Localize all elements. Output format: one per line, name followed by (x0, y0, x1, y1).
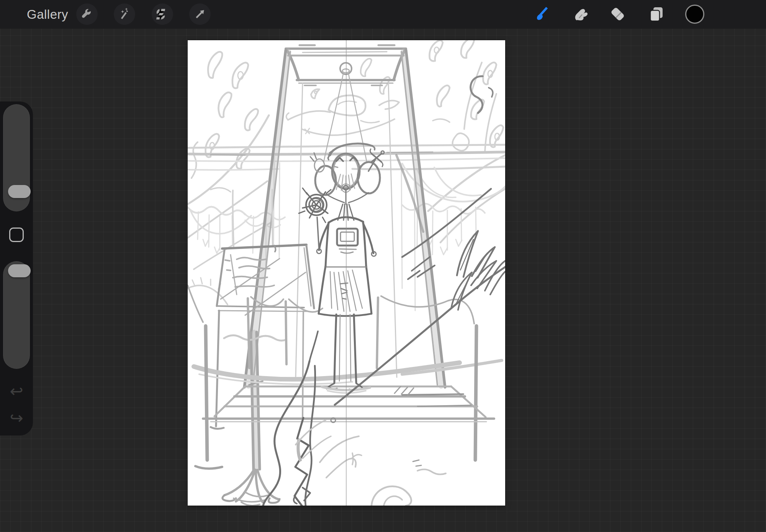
opacity-slider[interactable] (3, 261, 30, 369)
arrow-cursor-icon (192, 7, 208, 22)
bottom-scribbles (296, 420, 446, 506)
brush-icon (532, 5, 551, 23)
eraser-icon (609, 5, 627, 23)
undo-icon: ↩ (10, 383, 23, 399)
layers-button[interactable] (646, 3, 667, 25)
case-interior-foliage (286, 89, 399, 135)
actions-button[interactable] (76, 3, 98, 25)
selection-button[interactable] (152, 3, 173, 25)
smudge-button[interactable] (570, 3, 591, 25)
wrench-icon (79, 7, 95, 22)
gallery-button[interactable]: Gallery (27, 0, 68, 29)
top-toolbar: Gallery (0, 0, 766, 29)
modify-button[interactable] (9, 228, 24, 242)
brush-size-slider[interactable] (3, 104, 30, 211)
undo-button[interactable]: ↩ (0, 381, 33, 402)
transform-button[interactable] (189, 3, 211, 25)
layers-icon (647, 5, 666, 23)
paint-brush-button[interactable] (531, 3, 552, 25)
color-swatch-circle[interactable] (685, 5, 704, 24)
opacity-handle[interactable] (8, 264, 31, 277)
magic-wand-icon (117, 7, 132, 22)
drawing-canvas[interactable] (188, 40, 505, 506)
procreate-app: Gallery (0, 0, 766, 532)
gallery-label: Gallery (27, 7, 68, 22)
pedestal (203, 386, 494, 422)
eraser-button[interactable] (607, 3, 629, 25)
s-selection-icon (155, 7, 170, 22)
side-toolbar: ↩ ↪ (0, 101, 33, 435)
redo-icon: ↪ (10, 410, 23, 426)
pencil-sketch (188, 40, 505, 506)
redo-button[interactable]: ↪ (0, 408, 33, 429)
adjustments-button[interactable] (114, 3, 135, 25)
foreground-plants (335, 76, 505, 405)
brush-size-handle[interactable] (8, 185, 31, 198)
smudge-finger-icon (571, 5, 589, 23)
